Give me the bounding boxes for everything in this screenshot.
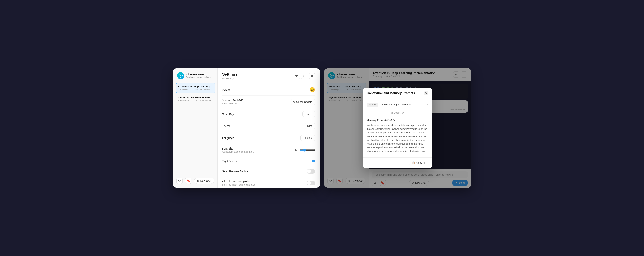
add-one-label: Add One [394,111,404,114]
autocomplete-label: Disable auto-completion [222,180,256,183]
modal-footer: 📋 Copy All [363,157,432,168]
settings-row-version: Version: 2ae62d9 Latest version ↻ Check … [222,96,315,108]
settings-row-tightborder: Tight Border [222,157,315,166]
left-new-chat-label: New Chat [200,179,211,182]
app-logo-left [177,72,184,79]
copy-all-btn[interactable]: 📋 Copy All [409,160,428,166]
contextual-memory-modal: Contextual and Memory Prompts ✕ system ✕… [363,88,432,168]
avatar-label: Avatar [222,88,230,91]
settings-subtitle: All Settings [222,77,238,80]
check-update-btn[interactable]: ↻ Check Update [290,99,315,105]
left-chat-item-2[interactable]: Python Quick Sort Code Ex... 6 messages … [176,94,215,104]
sendkey-label: Send Key [222,113,234,116]
left-app-title-block: ChatGPT Next Build your own AI assistant… [186,73,212,78]
system-prompt-row: system ✕ [367,102,428,107]
modal-header: Contextual and Memory Prompts ✕ [363,88,432,99]
memory-prompt-title: Memory Prompt (2 of 2) [367,119,428,122]
settings-icon-btn[interactable]: ⚙ [176,178,182,184]
fontsize-control: 14 [295,149,315,152]
fontsize-label-block: Font Size Adjust font size of chat conte… [222,147,254,153]
left-chat-meta-1: 2 messages 2023/4/6 00:59:37 [178,89,212,91]
add-one-btn[interactable]: ⊕ Add One [367,110,428,116]
sendkey-value: Enter [306,113,312,115]
theme-label: Theme [222,125,231,128]
settings-actions: 🗑 ↻ ✕ [294,73,315,79]
modal-close-btn[interactable]: ✕ [424,91,428,95]
left-app-header: ChatGPT Next Build your own AI assistant… [176,72,215,79]
autocomplete-sublabel: Input / to trigger auto-completion [222,183,256,186]
left-sidebar: ChatGPT Next Build your own AI assistant… [173,68,218,188]
settings-title-block: Settings All Settings [222,72,238,80]
theme-value-btn[interactable]: light [304,123,315,129]
modal-body: system ✕ ⊕ Add One Memory Prompt (2 of 2… [363,99,432,157]
fontsize-sublabel: Adjust font size of chat content [222,151,254,153]
settings-window: ChatGPT Next Build your own AI assistant… [173,68,320,188]
left-chat-date-2: 2023/4/6 00:58:51 [196,99,213,102]
chat-window: ChatGPT Next Build your own AI assistant… [324,68,471,188]
settings-header: Settings All Settings 🗑 ↻ ✕ [218,68,320,82]
left-app-subtitle: Build your own AI assistant. [186,76,212,78]
settings-row-previewbubble: Send Preview Bubble [222,166,315,177]
app-container: ChatGPT Next Build your own AI assistant… [173,68,471,188]
settings-row-autocomplete: Disable auto-completion Input / to trigg… [222,177,315,188]
settings-row-theme: Theme light [222,120,315,132]
avatar-emoji[interactable]: 😊 [309,87,315,92]
language-value: English [304,136,312,139]
tightborder-label: Tight Border [222,160,237,163]
left-chat-item-1[interactable]: Attention in Deep Learning... 2 messages… [176,83,215,93]
delete-prompt-icon[interactable]: ✕ [426,103,428,106]
modal-overlay: Contextual and Memory Prompts ✕ system ✕… [324,68,471,188]
fontsize-value: 14 [295,149,298,152]
sendkey-value-btn[interactable]: Enter [302,111,315,117]
version-sublabel: Latest version [222,102,243,105]
copy-all-label: Copy All [416,162,426,164]
left-chat-meta-2: 6 messages 2023/4/6 00:58:51 [178,99,213,102]
left-chat-date-1: 2023/4/6 00:59:37 [196,89,212,91]
refresh-small-icon: ↻ [293,100,295,103]
left-chat-title-2: Python Quick Sort Code Ex... [178,96,213,99]
system-prompt-input[interactable] [380,102,424,107]
settings-body: Avatar 😊 Version: 2ae62d9 Latest version… [218,82,320,188]
memory-prompt-text: In this conversation, we discussed the c… [367,124,428,154]
tight-border-toggle[interactable] [312,160,315,162]
version-label: Version: 2ae62d9 [222,99,243,102]
language-label: Language [222,136,234,140]
previewbubble-label: Send Preview Bubble [222,170,248,173]
plus-icon: ⊕ [197,179,199,182]
settings-panel: Settings All Settings 🗑 ↻ ✕ Avatar 😊 [218,68,320,188]
modal-title: Contextual and Memory Prompts [367,91,415,95]
fontsize-slider[interactable] [300,149,315,152]
left-chat-messages-1: 2 messages [178,89,190,91]
autocomplete-label-block: Disable auto-completion Input / to trigg… [222,180,256,186]
plus-circle-icon: ⊕ [391,111,393,114]
settings-window-inner: ChatGPT Next Build your own AI assistant… [173,68,320,188]
left-chat-title-1: Attention in Deep Learning... [178,85,212,88]
fontsize-label: Font Size [222,147,254,150]
version-label-block: Version: 2ae62d9 Latest version [222,99,243,105]
close-icon-btn[interactable]: ✕ [309,73,315,79]
settings-row-avatar: Avatar 😊 [222,84,315,96]
theme-value: light [307,125,312,127]
refresh-icon-btn[interactable]: ↻ [301,73,308,79]
left-chat-messages-2: 6 messages [178,99,189,102]
left-new-chat-btn[interactable]: ⊕ New Chat [194,178,214,184]
system-tag: system [367,103,378,107]
bookmark-icon-btn[interactable]: 🔖 [185,178,192,184]
language-value-btn[interactable]: English [300,135,315,141]
trash-icon-btn[interactable]: 🗑 [294,73,300,79]
settings-title: Settings [222,72,238,77]
autocomplete-toggle[interactable] [307,181,315,185]
previewbubble-toggle[interactable] [307,169,315,174]
check-update-label: Check Update [296,100,312,103]
settings-row-sendkey: Send Key Enter [222,108,315,120]
copy-icon: 📋 [412,162,415,164]
settings-row-language: Language English [222,132,315,144]
left-app-name: ChatGPT Next [186,73,212,76]
left-sidebar-footer: ⚙ 🔖 ⊕ New Chat [176,178,215,184]
settings-row-fontsize: Font Size Adjust font size of chat conte… [222,144,315,157]
